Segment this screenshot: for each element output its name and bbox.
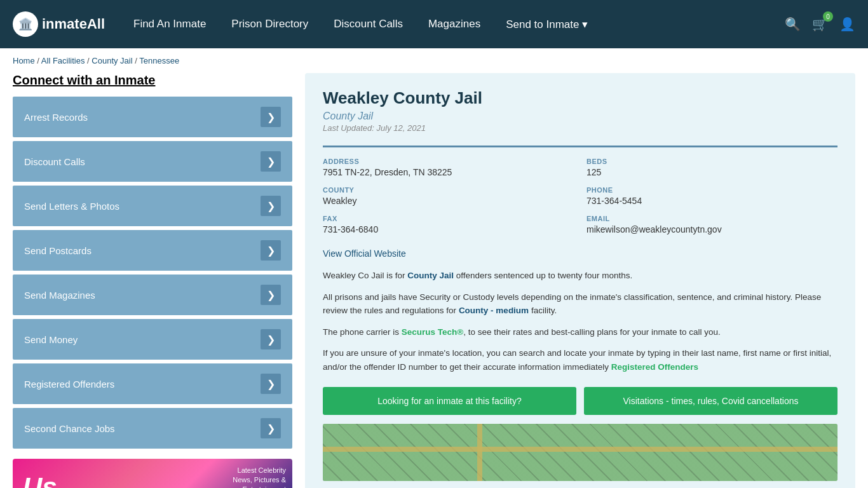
- link-securus[interactable]: Securus Tech®: [402, 327, 463, 337]
- email-value: mikewilson@weakleycountytn.gov: [587, 224, 837, 234]
- sidebar-item-label: Arrest Records: [24, 112, 88, 123]
- address-field: ADDRESS 7951 TN-22, Dresden, TN 38225: [323, 158, 574, 177]
- beds-value: 125: [587, 167, 837, 177]
- sidebar-item-label: Send Postcards: [24, 245, 92, 256]
- desc-para-1: Weakley Co Jail is for County Jail offen…: [323, 269, 837, 283]
- phone-value: 731-364-5454: [587, 196, 837, 206]
- sidebar-item-label: Send Money: [24, 334, 78, 345]
- desc-para-4: If you are unsure of your inmate's locat…: [323, 346, 837, 374]
- nav-find-inmate[interactable]: Find An Inmate: [133, 18, 206, 30]
- nav-send-to-inmate[interactable]: Send to Inmate ▾: [506, 18, 588, 31]
- beds-field: BEDS 125: [587, 158, 837, 177]
- county-label: COUNTY: [323, 186, 574, 194]
- link-registered-offenders[interactable]: Registered Offenders: [611, 362, 698, 372]
- ad-text: Latest Celebrity News, Pictures & Entert…: [67, 466, 292, 488]
- sidebar-arrow-arrest-records: ❯: [261, 107, 281, 127]
- breadcrumb-home[interactable]: Home: [13, 56, 35, 65]
- sidebar-arrow-discount-calls: ❯: [261, 151, 281, 172]
- breadcrumb-all-facilities[interactable]: All Facilities: [41, 56, 85, 65]
- logo[interactable]: 🏛️ inmateAll: [13, 11, 114, 37]
- sidebar-arrow-send-magazines: ❯: [261, 285, 281, 305]
- link-county-jail[interactable]: County Jail: [407, 271, 454, 280]
- sidebar-item-send-postcards[interactable]: Send Postcards ❯: [13, 230, 292, 271]
- sidebar-item-second-chance-jobs[interactable]: Second Chance Jobs ❯: [13, 408, 292, 449]
- sidebar-arrow-send-postcards: ❯: [261, 240, 281, 261]
- nav-magazines[interactable]: Magazines: [428, 18, 480, 30]
- fax-label: FAX: [323, 215, 574, 222]
- sidebar-item-label: Send Letters & Photos: [24, 201, 119, 212]
- phone-field: PHONE 731-364-5454: [587, 186, 837, 206]
- sidebar: Connect with an Inmate Arrest Records ❯ …: [13, 73, 292, 488]
- header: 🏛️ inmateAll Find An Inmate Prison Direc…: [0, 0, 868, 48]
- sidebar-item-send-letters[interactable]: Send Letters & Photos ❯: [13, 186, 292, 226]
- sidebar-arrow-registered-offenders: ❯: [261, 374, 281, 394]
- fax-field: FAX 731-364-6840: [323, 215, 574, 234]
- sidebar-arrow-second-chance-jobs: ❯: [261, 418, 281, 438]
- sidebar-item-discount-calls[interactable]: Discount Calls ❯: [13, 141, 292, 182]
- breadcrumb-tennessee[interactable]: Tennessee: [139, 56, 179, 65]
- fax-value: 731-364-6840: [323, 224, 574, 234]
- link-county-medium[interactable]: County - medium: [459, 306, 529, 315]
- sidebar-item-registered-offenders[interactable]: Registered Offenders ❯: [13, 363, 292, 404]
- visitations-button[interactable]: Visitations - times, rules, Covid cancel…: [584, 387, 837, 415]
- facility-updated: Last Updated: July 12, 2021: [323, 123, 837, 133]
- cart-badge: 0: [823, 11, 833, 22]
- facility-type: County Jail: [323, 111, 837, 122]
- breadcrumb: Home / All Facilities / County Jail / Te…: [0, 48, 868, 73]
- search-icon[interactable]: 🔍: [785, 17, 801, 32]
- sidebar-item-send-magazines[interactable]: Send Magazines ❯: [13, 274, 292, 315]
- map-preview[interactable]: [323, 424, 837, 481]
- ad-logo: Us: [13, 466, 67, 488]
- find-inmate-button[interactable]: Looking for an inmate at this facility?: [323, 387, 576, 415]
- ad-banner[interactable]: Us Latest Celebrity News, Pictures & Ent…: [13, 459, 292, 488]
- user-icon[interactable]: 👤: [839, 17, 855, 32]
- facility-card: Weakley County Jail County Jail Last Upd…: [305, 73, 855, 488]
- beds-label: BEDS: [587, 158, 837, 165]
- header-icons: 🔍 🛒 0 👤: [785, 17, 855, 32]
- action-buttons: Looking for an inmate at this facility? …: [323, 387, 837, 415]
- cart-icon[interactable]: 🛒 0: [812, 17, 828, 32]
- main-nav: Find An Inmate Prison Directory Discount…: [133, 18, 766, 31]
- view-website-link[interactable]: View Official Website: [323, 248, 406, 259]
- facility-details: ADDRESS 7951 TN-22, Dresden, TN 38225 BE…: [323, 146, 837, 234]
- facility-name: Weakley County Jail: [323, 88, 837, 108]
- sidebar-arrow-send-letters: ❯: [261, 196, 281, 216]
- map-image: [323, 424, 837, 481]
- county-field: COUNTY Weakley: [323, 186, 574, 206]
- facility-description: Weakley Co Jail is for County Jail offen…: [323, 269, 837, 374]
- email-field: EMAIL mikewilson@weakleycountytn.gov: [587, 215, 837, 234]
- desc-para-2: All prisons and jails have Security or C…: [323, 290, 837, 318]
- sidebar-item-label: Discount Calls: [24, 156, 85, 167]
- breadcrumb-county-jail[interactable]: County Jail: [92, 56, 132, 65]
- sidebar-title: Connect with an Inmate: [13, 73, 292, 88]
- sidebar-item-arrest-records[interactable]: Arrest Records ❯: [13, 97, 292, 137]
- sidebar-item-label: Second Chance Jobs: [24, 423, 115, 434]
- address-label: ADDRESS: [323, 158, 574, 165]
- phone-label: PHONE: [587, 186, 837, 194]
- logo-text: inmateAll: [42, 16, 105, 32]
- map-road-horizontal: [323, 447, 837, 452]
- logo-icon: 🏛️: [13, 11, 38, 37]
- main-content: Connect with an Inmate Arrest Records ❯ …: [0, 73, 868, 488]
- address-value: 7951 TN-22, Dresden, TN 38225: [323, 167, 574, 177]
- nav-discount-calls[interactable]: Discount Calls: [334, 18, 403, 30]
- sidebar-item-label: Registered Offenders: [24, 379, 114, 390]
- sidebar-item-send-money[interactable]: Send Money ❯: [13, 319, 292, 360]
- email-label: EMAIL: [587, 215, 837, 222]
- county-value: Weakley: [323, 196, 574, 206]
- map-road-vertical: [477, 424, 482, 481]
- sidebar-arrow-send-money: ❯: [261, 329, 281, 349]
- sidebar-item-label: Send Magazines: [24, 290, 95, 301]
- desc-para-3: The phone carrier is Securus Tech®, to s…: [323, 325, 837, 339]
- nav-prison-directory[interactable]: Prison Directory: [231, 18, 308, 30]
